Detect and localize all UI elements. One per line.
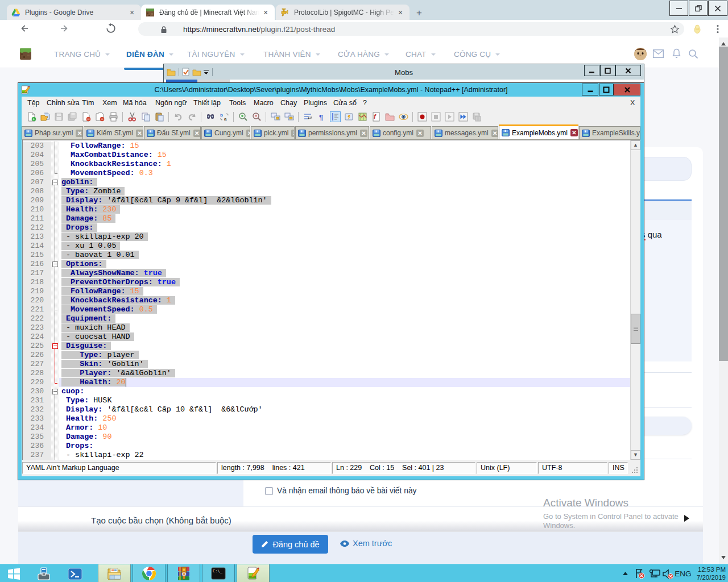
npp-menu-2[interactable]: Chỉnh sửa (47, 99, 80, 107)
file-tab-close-icon[interactable]: ✕ (246, 130, 250, 137)
editor-scroll-down-icon[interactable]: ▼ (631, 450, 640, 460)
mobs-close-button[interactable] (615, 65, 641, 76)
editor-line-209[interactable]: 209 Display: '&f&l[&c&l Cấp 9 &f&l] &2&l… (23, 196, 630, 205)
open-folder-icon[interactable] (40, 112, 50, 122)
site-nav-2[interactable]: DIỄN ĐÀN (126, 50, 164, 59)
editor-line-234[interactable]: 234 Armor: 10 (23, 423, 630, 433)
editor-line-207[interactable]: 207goblin: (23, 178, 630, 187)
file-tab-close-icon[interactable]: ✕ (136, 130, 143, 137)
close-file-icon[interactable] (81, 112, 91, 122)
page-scrollbar[interactable] (719, 38, 728, 564)
mail-icon[interactable] (653, 49, 664, 60)
start-button[interactable] (0, 565, 27, 582)
back-icon[interactable] (18, 22, 31, 35)
editor-line-233[interactable]: 233 Health: 250 (23, 414, 630, 423)
editor-line-229[interactable]: 229 Health: 20 (23, 378, 630, 387)
tray-up-icon[interactable] (619, 565, 631, 582)
notepadpp-icon[interactable] (237, 564, 270, 582)
file-tab-close-icon[interactable]: ✕ (570, 129, 578, 136)
npp-menu-close-icon[interactable]: X (630, 99, 635, 107)
tab-close-icon[interactable]: × (261, 8, 270, 17)
editor-line-223[interactable]: 223 - muxich HEAD (23, 323, 630, 332)
tab-close-icon[interactable]: × (396, 8, 405, 17)
new-file-icon[interactable] (27, 112, 36, 122)
file-tab-close-icon[interactable]: ✕ (416, 130, 424, 137)
editor-line-231[interactable]: 231 Type: HUSK (23, 396, 630, 405)
zoom-out-icon[interactable] (252, 112, 262, 122)
editor-scrollbar[interactable]: ▲ ▼ (630, 140, 640, 460)
browser-tab-2[interactable]: Đăng chủ đề | Minecraft Việt Nam × (141, 5, 275, 20)
npp-menu-6[interactable]: Ngôn ngữ (155, 99, 187, 107)
cmd-icon[interactable]: C:\_ (202, 564, 235, 582)
file-tab-close-icon[interactable]: ✕ (360, 130, 367, 137)
zoom-in-icon[interactable] (238, 112, 248, 122)
email-notify-checkbox[interactable] (265, 487, 273, 495)
chrome-icon[interactable] (133, 564, 166, 582)
undo-icon[interactable] (173, 112, 183, 122)
editor-line-211[interactable]: 211 Damage: 85 (23, 214, 630, 223)
runall-icon[interactable] (458, 112, 468, 122)
fold-marker-icon[interactable] (51, 342, 59, 351)
menu-dots-icon[interactable] (711, 22, 725, 36)
editor-scrollbar-thumb[interactable] (631, 314, 640, 344)
editor-line-222[interactable]: 222 Equipment: (23, 314, 630, 323)
save-all-icon[interactable] (68, 112, 77, 122)
paste-icon[interactable] (155, 112, 164, 122)
browser-tab-1[interactable]: Plugins - Google Drive × (7, 5, 141, 20)
close-all-icon[interactable] (95, 112, 105, 122)
replace-icon[interactable]: ba (220, 112, 229, 122)
npp-file-tab-9[interactable]: ExampleMobs.yml ✕ (499, 124, 578, 139)
editor-line-224[interactable]: 224 - cuocsat HAND (23, 332, 630, 342)
npp-file-tab-4[interactable]: Cung.yml ✕ (201, 126, 250, 139)
npp-maximize-button[interactable] (599, 84, 614, 95)
file-tab-close-icon[interactable]: ✕ (491, 130, 498, 137)
npp-file-tab-10[interactable]: ExampleSkills.yml ✕ (579, 126, 640, 139)
npp-menu-11[interactable]: Plugins (304, 99, 327, 107)
editor-line-208[interactable]: 208 Type: Zombie (23, 187, 630, 196)
shortcut-icon[interactable] (344, 112, 354, 122)
editor-line-214[interactable]: 214 - xu 1 0.05 (23, 242, 630, 251)
mobs-minimize-button[interactable] (584, 65, 599, 76)
editor-line-232[interactable]: 232 Display: '&f&l[&c&l Cấp 10 &f&l] &6&… (23, 405, 630, 414)
explorer-icon[interactable] (98, 564, 131, 582)
resize-grip[interactable] (631, 466, 639, 474)
clock[interactable]: 12:53 PM 7/20/2019 (692, 566, 726, 581)
record-icon[interactable] (417, 112, 427, 122)
stop-icon[interactable] (431, 112, 441, 122)
copy-icon[interactable] (141, 112, 151, 122)
address-bar[interactable]: https://minecraftvn.net/plugin.f21/post-… (138, 22, 684, 36)
bell-icon[interactable] (672, 48, 681, 61)
scroll-up-icon[interactable] (721, 40, 726, 45)
extension-icon[interactable] (690, 22, 704, 36)
mobs-maximize-button[interactable] (600, 65, 615, 76)
npp-titlebar[interactable]: C:\Users\Administrator\Desktop\Sever\plu… (18, 83, 644, 97)
editor-line-220[interactable]: 220 KnockbackResistance: 1 (23, 296, 630, 305)
editor-line-236[interactable]: 236 Drops: (23, 442, 630, 451)
browser-tab-3[interactable]: ProtocolLib | SpigotMC - High Pe × (276, 5, 410, 20)
editor-line-205[interactable]: 205 KnockbackResistance: 1 (23, 160, 630, 169)
npp-menu-7[interactable]: Thiết lập (193, 99, 221, 107)
file-tab-close-icon[interactable]: ✕ (291, 130, 295, 137)
print-icon[interactable] (109, 112, 118, 122)
editor-line-226[interactable]: 226 Type: player (23, 351, 630, 360)
powershell-icon[interactable] (63, 565, 88, 582)
muted-speaker-icon[interactable] (660, 565, 675, 582)
editor-line-237[interactable]: 237 - skillapi-exp 22 (23, 451, 630, 460)
page-scrollbar-thumb[interactable] (719, 47, 728, 361)
forward-icon[interactable] (57, 22, 71, 35)
editor-line-203[interactable]: 203 FollowRange: 15 (23, 142, 630, 151)
editor-line-212[interactable]: 212 Drops: (23, 223, 630, 232)
reload-icon[interactable] (104, 22, 118, 35)
site-logo[interactable] (19, 48, 32, 60)
browser-close-button[interactable] (708, 1, 727, 16)
redo-icon[interactable] (187, 112, 197, 122)
find-icon[interactable] (206, 112, 216, 122)
npp-menu-8[interactable]: Tools (229, 99, 246, 107)
npp-menu-3[interactable]: Tìm (82, 99, 94, 107)
cut-icon[interactable] (127, 112, 137, 122)
file-tab-close-icon[interactable]: ✕ (193, 130, 201, 137)
server-manager-icon[interactable] (31, 565, 56, 582)
npp-minimize-button[interactable] (582, 84, 598, 95)
npp-file-tab-3[interactable]: Đấu Sĩ.yml ✕ (144, 126, 201, 139)
npp-file-tab-7[interactable]: config.yml ✕ (370, 126, 431, 139)
